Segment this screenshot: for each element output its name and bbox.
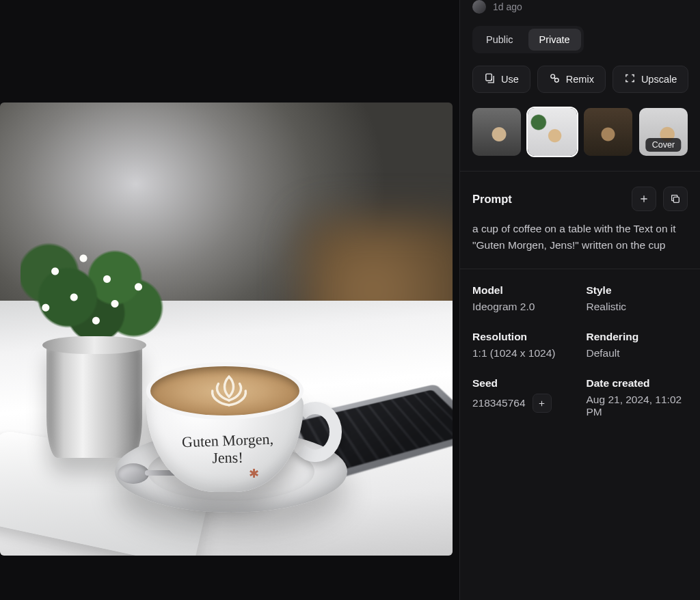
coffee-cup: Guten Morgen, Jens! ✱	[146, 349, 317, 499]
prompt-text: a cup of coffee on a table with the Text…	[472, 221, 688, 254]
details-grid: Model Ideogram 2.0 Style Realistic Resol…	[472, 284, 688, 418]
prompt-add-button[interactable]	[632, 187, 656, 211]
divider	[460, 269, 700, 269]
field-style: Style Realistic	[587, 284, 688, 313]
rendering-label: Rendering	[587, 331, 688, 343]
field-seed: Seed 218345764	[472, 377, 574, 418]
remix-button[interactable]: Remix	[537, 66, 606, 93]
seed-label: Seed	[472, 377, 574, 390]
cup-inscription: Guten Morgen, Jens!	[170, 432, 286, 467]
details-panel: 1d ago Public Private Use Remix	[459, 0, 700, 600]
style-label: Style	[587, 284, 688, 297]
date-label: Date created	[587, 377, 688, 390]
remix-label: Remix	[566, 74, 594, 85]
field-resolution: Resolution 1:1 (1024 x 1024)	[472, 331, 574, 359]
svg-point-2	[551, 74, 555, 79]
cup-doodle-icon: ✱	[249, 466, 259, 481]
thumbnail-2[interactable]	[528, 108, 576, 156]
visibility-public-tab[interactable]: Public	[475, 29, 524, 51]
cover-badge: Cover	[646, 138, 681, 152]
field-rendering: Rendering Default	[587, 331, 688, 359]
author-avatar[interactable]	[472, 0, 486, 14]
seed-value: 218345764	[472, 397, 526, 409]
model-value: Ideogram 2.0	[472, 301, 574, 313]
date-value: Aug 21, 2024, 11:02 PM	[587, 394, 688, 418]
image-preview-pane: Guten Morgen, Jens! ✱	[0, 0, 459, 600]
model-label: Model	[472, 284, 574, 297]
visibility-toggle: Public Private	[472, 26, 584, 53]
style-value: Realistic	[587, 301, 688, 313]
upscale-icon	[624, 72, 636, 86]
thumbnail-4[interactable]: Cover	[639, 108, 688, 156]
field-date: Date created Aug 21, 2024, 11:02 PM	[587, 377, 688, 418]
field-model: Model Ideogram 2.0	[472, 284, 574, 313]
generated-image[interactable]: Guten Morgen, Jens! ✱	[0, 103, 453, 556]
prompt-heading: Prompt	[472, 193, 512, 206]
thumbnail-3[interactable]	[584, 108, 632, 156]
svg-point-1	[491, 79, 492, 80]
seed-add-button[interactable]	[533, 394, 552, 413]
use-button[interactable]: Use	[472, 66, 530, 93]
resolution-label: Resolution	[472, 331, 574, 343]
rendering-value: Default	[587, 347, 688, 359]
resolution-value: 1:1 (1024 x 1024)	[472, 347, 574, 359]
remix-icon	[549, 72, 561, 86]
upscale-button[interactable]: Upscale	[612, 66, 688, 93]
use-label: Use	[501, 74, 519, 85]
prompt-copy-button[interactable]	[663, 187, 688, 211]
variant-thumbnails: Cover	[472, 108, 688, 156]
upscale-label: Upscale	[641, 74, 677, 85]
svg-point-3	[554, 79, 558, 83]
visibility-private-tab[interactable]: Private	[528, 29, 581, 51]
created-ago: 1d ago	[493, 1, 522, 12]
divider	[460, 171, 700, 172]
svg-rect-4	[673, 197, 679, 202]
use-icon	[484, 72, 496, 86]
thumbnail-1[interactable]	[472, 108, 521, 156]
